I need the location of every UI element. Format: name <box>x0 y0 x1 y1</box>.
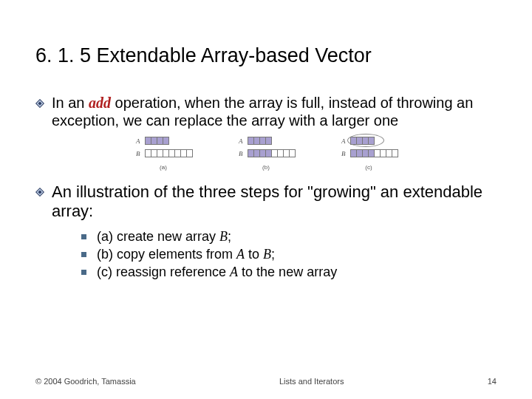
diagram-panel-a: A B (a) <box>134 136 193 171</box>
diagram-panel-c: A B (c) <box>340 136 398 171</box>
sub-item-c: (c) reassign reference A to the new arra… <box>81 265 497 280</box>
array-b-cells <box>145 149 193 157</box>
array-label-a: A <box>134 137 140 145</box>
footer-center: Lists and Iterators <box>136 377 488 386</box>
sub-item-a: (a) create new array B; <box>81 229 497 245</box>
bullet-1-text: In an add operation, when the array is f… <box>52 94 497 130</box>
square-bullet-icon <box>81 252 86 257</box>
slide-title: 6. 1. 5 Extendable Array-based Vector <box>35 44 497 67</box>
copyright: © 2004 Goodrich, Tamassia <box>35 377 136 386</box>
caption-c: (c) <box>365 164 372 171</box>
page-number: 14 <box>488 377 497 386</box>
diagram-panel-b: A B (b) <box>237 136 296 171</box>
array-a-cells <box>145 137 169 145</box>
caption-a: (a) <box>160 164 167 171</box>
array-label-b: B <box>134 150 140 157</box>
bullet-item-2: An illustration of the three steps for "… <box>35 183 497 222</box>
diamond-bullet-icon <box>35 99 44 108</box>
sub-list: (a) create new array B; (b) copy element… <box>81 229 497 280</box>
diamond-bullet-icon <box>35 188 44 197</box>
diagram: A B (a) A <box>35 136 497 171</box>
bullet-2-text: An illustration of the three steps for "… <box>52 183 497 222</box>
sub-item-b: (b) copy elements from A to B; <box>81 247 497 262</box>
emphasis-add: add <box>89 95 111 111</box>
footer: © 2004 Goodrich, Tamassia Lists and Iter… <box>0 377 532 386</box>
square-bullet-icon <box>81 234 86 239</box>
bullet-item-1: In an add operation, when the array is f… <box>35 94 497 130</box>
caption-b: (b) <box>262 164 270 171</box>
square-bullet-icon <box>81 270 86 275</box>
